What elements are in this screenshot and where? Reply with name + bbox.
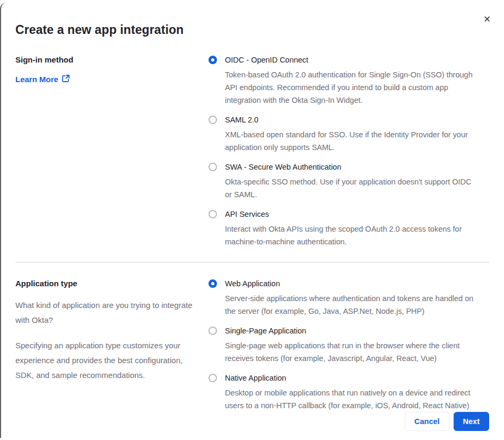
signin-method-options: OIDC - OpenID Connect Token-based OAuth … [208,54,489,248]
option-spa-label[interactable]: Single-Page Application [225,325,480,337]
application-type-heading: Application type [15,278,196,289]
option-saml: SAML 2.0 XML-based open standard for SSO… [208,114,480,154]
option-saml-label[interactable]: SAML 2.0 [225,114,480,126]
radio-swa[interactable] [208,163,217,171]
option-oidc-label[interactable]: OIDC - OpenID Connect [225,54,480,66]
application-type-section: Application type What kind of applicatio… [15,278,489,412]
external-link-icon [62,75,69,84]
option-web-application-description: Server-side applications where authentic… [225,292,480,318]
option-swa-label[interactable]: SWA - Secure Web Authentication [225,161,480,173]
radio-oidc[interactable] [208,56,217,64]
learn-more-label: Learn More [15,75,58,84]
radio-spa[interactable] [208,327,217,335]
create-app-integration-dialog: ✕ Create a new app integration Sign-in m… [0,3,504,438]
radio-saml[interactable] [208,116,217,124]
option-saml-description: XML-based open standard for SSO. Use if … [225,128,480,154]
application-type-options: Web Application Server-side applications… [208,278,489,412]
option-api-services-description: Interact with Okta APIs using the scoped… [225,223,480,248]
radio-api-services[interactable] [208,210,217,218]
learn-more-link[interactable]: Learn More [15,75,69,84]
option-native-application-description: Desktop or mobile applications that run … [225,386,480,412]
option-api-services-label[interactable]: API Services [225,208,480,220]
radio-web-application[interactable] [208,279,217,288]
radio-native-application[interactable] [208,374,217,382]
close-icon[interactable]: ✕ [481,13,493,26]
option-swa-description: Okta-specific SSO method. Use if your ap… [225,175,480,201]
signin-method-left-column: Sign-in method Learn More [15,54,196,248]
option-web-application-label[interactable]: Web Application [225,278,480,289]
cancel-button[interactable]: Cancel [405,412,449,431]
application-type-paragraph-2: Specifying an application type customize… [15,338,196,383]
option-oidc-description: Token-based OAuth 2.0 authentication for… [225,68,480,107]
option-swa: SWA - Secure Web Authentication Okta-spe… [208,161,480,201]
option-oidc: OIDC - OpenID Connect Token-based OAuth … [208,54,480,107]
section-divider [15,262,489,262]
signin-method-heading: Sign-in method [15,54,196,66]
page-title: Create a new app integration [15,23,489,37]
option-native-application-label[interactable]: Native Application [225,372,480,384]
application-type-paragraph-1: What kind of application are you trying … [15,298,196,328]
option-web-application: Web Application Server-side applications… [208,278,480,318]
application-type-left-column: Application type What kind of applicatio… [15,278,196,412]
option-spa: Single-Page Application Single-page web … [208,325,480,365]
dialog-footer: Cancel Next [15,412,489,432]
next-button[interactable]: Next [454,412,489,431]
option-spa-description: Single-page web applications that run in… [225,339,480,365]
signin-method-section: Sign-in method Learn More OIDC - OpenID … [15,54,489,248]
option-native-application: Native Application Desktop or mobile app… [208,372,480,412]
option-api-services: API Services Interact with Okta APIs usi… [208,208,480,248]
